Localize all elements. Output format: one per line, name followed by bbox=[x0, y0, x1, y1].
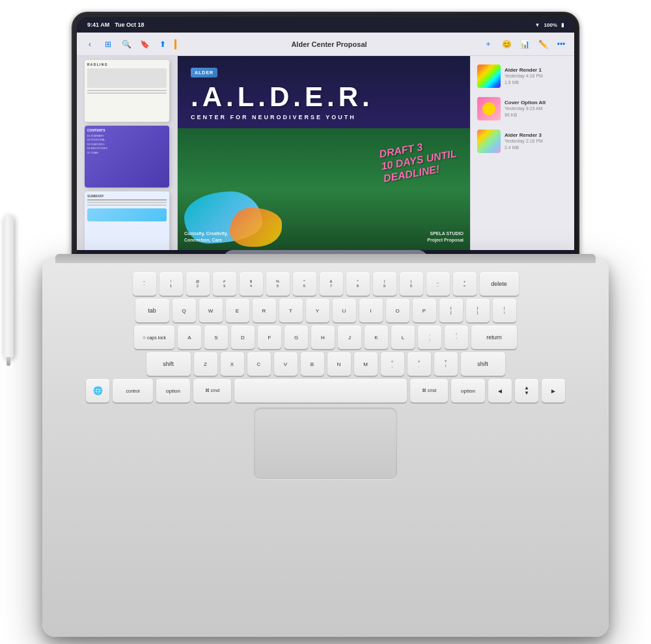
sidebar-pages: R A D L I N G CONTENTS 01 SUMMARY bbox=[77, 56, 178, 250]
key-q[interactable]: Q bbox=[173, 299, 196, 322]
key-f[interactable]: F bbox=[258, 326, 281, 349]
key-amp-7[interactable]: &7 bbox=[320, 272, 343, 296]
status-left: 9:41 AM Tue Oct 18 bbox=[87, 21, 145, 28]
key-exclaim-1[interactable]: !1 bbox=[159, 272, 183, 296]
key-pipe-backslash[interactable]: |\ bbox=[493, 299, 516, 322]
alder-title: .A.L.D.E.R. bbox=[191, 81, 457, 113]
key-b[interactable]: B bbox=[301, 352, 324, 376]
key-underscore-minus[interactable]: _- bbox=[426, 272, 450, 296]
key-l[interactable]: L bbox=[391, 326, 415, 349]
key-k[interactable]: K bbox=[365, 326, 388, 349]
emoji-button[interactable]: 😊 bbox=[500, 38, 513, 51]
key-space[interactable] bbox=[234, 379, 407, 402]
share-button[interactable]: ⬆ bbox=[156, 38, 169, 51]
key-option-right[interactable]: option bbox=[451, 379, 485, 402]
key-r[interactable]: R bbox=[253, 299, 276, 322]
key-x[interactable]: X bbox=[221, 352, 244, 376]
key-arrow-left[interactable]: ◄ bbox=[488, 379, 512, 402]
app-toolbar: ‹ ⊞ 🔍 🔖 ⬆ Alder Center Proposal + 😊 📊 ✏️… bbox=[77, 33, 574, 56]
page-thumb-3[interactable]: SUMMARY bbox=[85, 191, 169, 250]
key-t[interactable]: T bbox=[279, 299, 303, 322]
orange-divider bbox=[174, 39, 176, 49]
add-button[interactable]: + bbox=[482, 38, 495, 51]
file-name-render1: Alder Render 1 bbox=[505, 67, 568, 74]
key-d[interactable]: D bbox=[231, 326, 255, 349]
page-thumb-1[interactable]: R A D L I N G bbox=[85, 60, 169, 122]
key-arrow-up-down[interactable]: ▲▼ bbox=[515, 379, 538, 402]
file-name-cover-alt: Cover Option Alt bbox=[505, 100, 568, 106]
bookmark-button[interactable]: 🔖 bbox=[138, 38, 151, 51]
key-return[interactable]: return bbox=[471, 326, 517, 349]
key-caret-6[interactable]: ^6 bbox=[293, 272, 316, 296]
pencil-tool-button[interactable]: ✏️ bbox=[536, 38, 549, 51]
key-v[interactable]: V bbox=[274, 352, 298, 376]
key-plus-equals[interactable]: += bbox=[453, 272, 477, 296]
file-item-cover-alt[interactable]: Cover Option Alt Yesterday 9:23 AM 96 KB bbox=[475, 94, 570, 124]
key-rparen-0[interactable]: )0 bbox=[400, 272, 423, 296]
page-thumb-2[interactable]: CONTENTS 01 SUMMARY 02 PROPOSAL 03 FEATU… bbox=[85, 126, 169, 188]
key-p[interactable]: P bbox=[413, 299, 436, 322]
chart-button[interactable]: 📊 bbox=[518, 38, 531, 51]
key-star-8[interactable]: *8 bbox=[346, 272, 370, 296]
key-row-5: 🌐 control option ⌘ cmd ⌘ cmd option ◄ ▲▼… bbox=[62, 379, 589, 402]
grid-view-button[interactable]: ⊞ bbox=[102, 38, 115, 51]
key-z[interactable]: Z bbox=[194, 352, 217, 376]
key-lparen-9[interactable]: (9 bbox=[373, 272, 396, 296]
key-j[interactable]: J bbox=[338, 326, 361, 349]
file-size-render1: 1.6 MB bbox=[505, 80, 568, 85]
file-item-render1[interactable]: Alder Render 1 Yesterday 4:16 PM 1.6 MB bbox=[475, 61, 570, 91]
more-button[interactable]: ••• bbox=[555, 38, 568, 51]
alder-body: DRAFT 310 DAYS UNTILDEADLINE! Curiosity,… bbox=[178, 128, 470, 250]
key-cmd-right[interactable]: ⌘ cmd bbox=[410, 379, 448, 402]
trackpad[interactable] bbox=[254, 408, 397, 479]
key-o[interactable]: O bbox=[386, 299, 409, 322]
date-display: Tue Oct 18 bbox=[115, 21, 144, 28]
file-info-render3: Alder Render 3 Yesterday 2:16 PM 2.4 MB bbox=[505, 132, 568, 150]
key-shift-left[interactable]: shift bbox=[146, 352, 191, 376]
key-y[interactable]: Y bbox=[306, 299, 329, 322]
key-a[interactable]: A bbox=[178, 326, 201, 349]
key-i[interactable]: I bbox=[359, 299, 383, 322]
key-dollar-4[interactable]: $4 bbox=[240, 272, 263, 296]
key-tilde-backtick[interactable]: ~` bbox=[133, 272, 156, 296]
key-cmd-left[interactable]: ⌘ cmd bbox=[193, 379, 231, 402]
key-e[interactable]: E bbox=[226, 299, 249, 322]
key-g[interactable]: G bbox=[284, 326, 308, 349]
battery-icon: ▮ bbox=[561, 22, 564, 28]
key-delete[interactable]: delete bbox=[480, 272, 519, 296]
cover-bottom-left: Curiosity, Creativity,Connection, Care bbox=[184, 231, 228, 244]
key-h[interactable]: H bbox=[311, 326, 335, 349]
key-m[interactable]: M bbox=[354, 352, 378, 376]
back-button[interactable]: ‹ bbox=[83, 38, 96, 51]
file-item-render3[interactable]: Alder Render 3 Yesterday 2:16 PM 2.4 MB bbox=[475, 126, 570, 156]
key-arrow-right[interactable]: ► bbox=[542, 379, 565, 402]
key-percent-5[interactable]: %5 bbox=[266, 272, 290, 296]
key-s[interactable]: S bbox=[204, 326, 228, 349]
key-question-slash[interactable]: ?/ bbox=[434, 352, 458, 376]
key-c[interactable]: C bbox=[247, 352, 271, 376]
key-row-3: caps lock A S D F G H J K L :; "' return bbox=[62, 326, 589, 349]
key-option-left[interactable]: option bbox=[156, 379, 190, 402]
ipad-screen-frame: 9:41 AM Tue Oct 18 ▼ 100% ▮ ‹ ⊞ 🔍 🔖 ⬆ bbox=[72, 12, 579, 285]
key-shift-right[interactable]: shift bbox=[461, 352, 505, 376]
key-n[interactable]: N bbox=[327, 352, 351, 376]
key-lbrace-lbracket[interactable]: {[ bbox=[439, 299, 463, 322]
key-control[interactable]: control bbox=[113, 379, 153, 402]
key-rbrace-rbracket[interactable]: }] bbox=[466, 299, 490, 322]
key-quote-doublequote[interactable]: "' bbox=[445, 326, 468, 349]
key-w[interactable]: W bbox=[199, 299, 223, 322]
key-u[interactable]: U bbox=[333, 299, 356, 322]
key-row-2: tab Q W E R T Y U I O P {[ }] |\ bbox=[62, 299, 589, 322]
key-gt-period[interactable]: >. bbox=[408, 352, 431, 376]
key-at-2[interactable]: @2 bbox=[186, 272, 210, 296]
key-colon-semicolon[interactable]: :; bbox=[418, 326, 441, 349]
key-capslock[interactable]: caps lock bbox=[134, 326, 174, 349]
key-tab[interactable]: tab bbox=[135, 299, 169, 322]
file-info-cover-alt: Cover Option Alt Yesterday 9:23 AM 96 KB bbox=[505, 100, 568, 118]
key-hash-3[interactable]: #3 bbox=[213, 272, 236, 296]
document-title: Alder Center Proposal bbox=[182, 40, 477, 48]
key-globe[interactable]: 🌐 bbox=[86, 379, 109, 402]
key-lt-comma[interactable]: <, bbox=[381, 352, 404, 376]
status-right: ▼ 100% ▮ bbox=[535, 22, 564, 28]
search-button[interactable]: 🔍 bbox=[120, 38, 133, 51]
